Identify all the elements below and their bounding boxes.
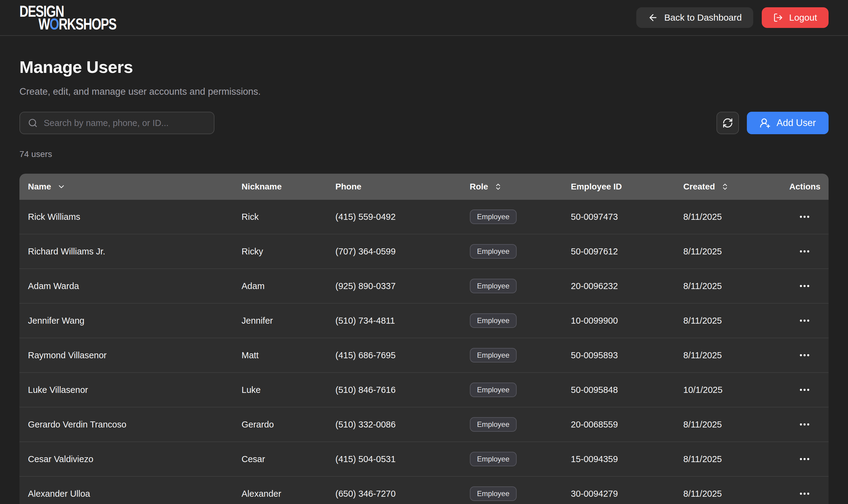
row-actions-button[interactable] [796, 350, 813, 360]
cell-name: Luke Villasenor [19, 385, 233, 395]
cell-phone: (415) 504-0531 [327, 454, 461, 464]
add-user-label: Add User [777, 118, 816, 128]
column-header-created[interactable]: Created [675, 182, 781, 192]
cell-employee-id: 20-0096232 [563, 281, 675, 291]
cell-phone: (415) 686-7695 [327, 350, 461, 360]
cell-role: Employee [461, 348, 563, 362]
row-actions-button[interactable] [796, 419, 813, 430]
cell-role: Employee [461, 279, 563, 293]
cell-name: Raymond Villasenor [19, 350, 233, 360]
cell-role: Employee [461, 452, 563, 466]
cell-role: Employee [461, 210, 563, 224]
table-row: Cesar Valdiviezo Cesar (415) 504-0531 Em… [19, 442, 829, 477]
table-row: Gerardo Verdin Trancoso Gerardo (510) 33… [19, 408, 829, 442]
topbar: DESIGN WORKSHOPS Back to Dashboard Logou… [0, 0, 848, 36]
brand-line2: WORKSHOPS [38, 18, 116, 30]
cell-phone: (650) 346-7270 [327, 489, 461, 499]
row-actions-button[interactable] [796, 316, 813, 326]
ellipsis-icon [800, 457, 809, 461]
cell-nickname: Gerardo [233, 419, 327, 430]
cell-actions [781, 385, 829, 395]
logout-button[interactable]: Logout [762, 7, 829, 28]
cell-created: 8/11/2025 [675, 212, 781, 222]
arrow-left-icon [648, 13, 658, 23]
column-header-employee-id: Employee ID [563, 182, 675, 192]
cell-employee-id: 30-0094279 [563, 489, 675, 499]
cell-name: Rick Williams [19, 212, 233, 222]
users-table: Name Nickname Phone Role Employee ID Cre… [19, 174, 829, 504]
cell-employee-id: 50-0097612 [563, 247, 675, 256]
user-plus-icon [760, 118, 771, 128]
ellipsis-icon [800, 250, 809, 253]
cell-name: Alexander Ulloa [19, 489, 233, 499]
cell-name: Adam Warda [19, 281, 233, 291]
logout-button-label: Logout [789, 13, 817, 23]
role-badge: Employee [470, 486, 517, 501]
column-header-label: Actions [789, 182, 821, 192]
cell-name: Gerardo Verdin Trancoso [19, 419, 233, 430]
role-badge: Employee [470, 382, 517, 397]
cell-phone: (415) 559-0492 [327, 212, 461, 222]
cell-created: 8/11/2025 [675, 247, 781, 256]
cell-employee-id: 50-0095893 [563, 350, 675, 360]
cell-created: 10/1/2025 [675, 385, 781, 395]
column-header-actions: Actions [781, 182, 829, 192]
controls-right: Add User [717, 112, 829, 134]
cell-actions [781, 246, 829, 256]
cell-nickname: Adam [233, 281, 327, 291]
cell-phone: (510) 332-0086 [327, 419, 461, 430]
table-row: Luke Villasenor Luke (510) 846-7616 Empl… [19, 373, 829, 408]
chevrons-up-down-icon [721, 183, 729, 191]
chevron-down-icon [57, 182, 66, 191]
add-user-button[interactable]: Add User [747, 112, 829, 134]
row-actions-button[interactable] [796, 212, 813, 222]
row-actions-button[interactable] [796, 385, 813, 395]
table-row: Jennifer Wang Jennifer (510) 734-4811 Em… [19, 304, 829, 338]
cell-phone: (925) 890-0337 [327, 281, 461, 291]
search-box[interactable] [19, 112, 214, 134]
row-actions-button[interactable] [796, 488, 813, 499]
table-row: Adam Warda Adam (925) 890-0337 Employee … [19, 269, 829, 304]
row-actions-button[interactable] [796, 281, 813, 291]
table-row: Alexander Ulloa Alexander (650) 346-7270… [19, 477, 829, 504]
table-header-row: Name Nickname Phone Role Employee ID Cre… [19, 174, 829, 200]
cell-nickname: Cesar [233, 454, 327, 464]
back-to-dashboard-button[interactable]: Back to Dashboard [636, 7, 753, 28]
column-header-label: Employee ID [571, 182, 622, 192]
cell-actions [781, 350, 829, 360]
cell-nickname: Alexander [233, 489, 327, 499]
cell-actions [781, 454, 829, 464]
chevrons-up-down-icon [494, 183, 502, 191]
role-badge: Employee [470, 417, 517, 432]
column-header-role[interactable]: Role [461, 182, 563, 192]
back-button-label: Back to Dashboard [664, 13, 742, 23]
ellipsis-icon [800, 354, 809, 357]
cell-created: 8/11/2025 [675, 419, 781, 430]
ellipsis-icon [800, 492, 809, 495]
refresh-button[interactable] [717, 112, 739, 134]
cell-actions [781, 488, 829, 499]
cell-name: Jennifer Wang [19, 316, 233, 326]
cell-name: Richard Williams Jr. [19, 247, 233, 256]
column-header-label: Created [683, 182, 715, 192]
cell-created: 8/11/2025 [675, 350, 781, 360]
cell-role: Employee [461, 486, 563, 501]
cell-created: 8/11/2025 [675, 281, 781, 291]
page-title: Manage Users [19, 57, 829, 77]
ellipsis-icon [800, 423, 809, 426]
row-actions-button[interactable] [796, 246, 813, 256]
column-header-name[interactable]: Name [19, 182, 233, 192]
search-input[interactable] [44, 118, 206, 128]
column-header-label: Nickname [242, 182, 282, 192]
cell-actions [781, 212, 829, 222]
cell-nickname: Ricky [233, 247, 327, 256]
role-badge: Employee [470, 279, 517, 293]
cell-phone: (510) 846-7616 [327, 385, 461, 395]
cell-employee-id: 50-0095848 [563, 385, 675, 395]
table-row: Richard Williams Jr. Ricky (707) 364-059… [19, 234, 829, 269]
role-badge: Employee [470, 348, 517, 362]
row-actions-button[interactable] [796, 454, 813, 464]
cell-nickname: Jennifer [233, 316, 327, 326]
search-icon [28, 118, 38, 128]
cell-nickname: Rick [233, 212, 327, 222]
